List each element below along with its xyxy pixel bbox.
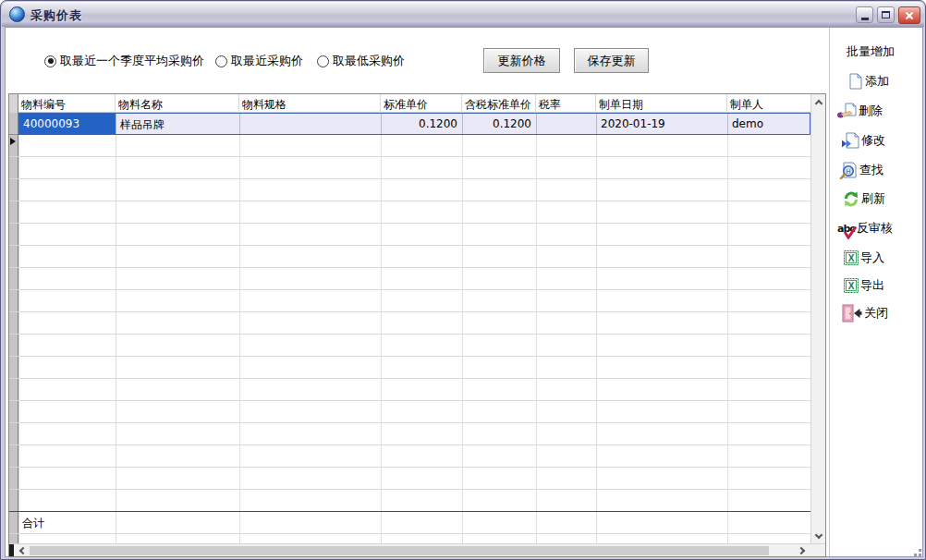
column-header[interactable]: 制单日期 xyxy=(596,94,727,113)
sidebar-item-import[interactable]: X 导入 xyxy=(835,248,922,268)
close-icon xyxy=(904,10,915,21)
grid-header-row: 物料编号 物料名称 物料规格 标准单价 含税标准单价 税率 制单日期 制单人 xyxy=(9,94,810,113)
sidebar-item-delete[interactable]: 删除 xyxy=(835,101,922,121)
sidebar-item-label: 导出 xyxy=(860,277,884,294)
scroll-left-button[interactable] xyxy=(14,544,29,557)
price-grid: 物料编号 物料名称 物料规格 标准单价 含税标准单价 税率 制单日期 制单人 4… xyxy=(8,93,826,557)
search-document-icon: H xyxy=(839,162,858,179)
svg-text:X: X xyxy=(848,281,855,291)
radio-icon xyxy=(44,55,56,67)
scroll-up-button[interactable] xyxy=(811,95,826,108)
exit-door-icon xyxy=(841,304,862,323)
column-header[interactable]: 税率 xyxy=(536,94,596,113)
sidebar-item-refresh[interactable]: 刷新 xyxy=(835,189,922,209)
cell-material-name[interactable]: 样品吊牌 xyxy=(116,114,240,134)
chevron-down-icon xyxy=(815,531,822,539)
sidebar-item-add[interactable]: 添加 xyxy=(835,71,922,91)
radio-icon xyxy=(215,55,227,67)
column-header[interactable]: 物料编号 xyxy=(18,94,116,113)
refresh-arrows-icon xyxy=(843,190,859,208)
cell-material-spec[interactable] xyxy=(240,114,382,134)
minimize-icon xyxy=(861,18,869,20)
sidebar-item-modify[interactable]: 修改 xyxy=(835,130,922,151)
cell-material-number[interactable]: 40000093 xyxy=(19,114,116,134)
maximize-icon xyxy=(882,11,890,18)
svg-text:X: X xyxy=(848,253,855,263)
edit-document-icon xyxy=(841,132,859,149)
cell-tax-price[interactable]: 0.1200 xyxy=(463,114,537,134)
scroll-right-button[interactable] xyxy=(795,544,810,557)
app-window: 采购价表 取最近一个季度平均采购价 取最近采购价 取最低采购价 更新价格 保存更… xyxy=(0,0,926,560)
sidebar-divider xyxy=(829,28,830,556)
sidebar-item-label: 刷新 xyxy=(861,190,885,207)
batch-add-button[interactable]: 批量增加 xyxy=(847,43,895,60)
resize-grip[interactable] xyxy=(910,545,921,556)
abc-check-icon: abc xyxy=(837,223,855,235)
sidebar-item-label: 导入 xyxy=(860,250,884,266)
chevron-right-icon xyxy=(798,547,805,554)
sidebar-item-close[interactable]: 关闭 xyxy=(835,303,922,323)
empty-grid-rows xyxy=(9,135,810,543)
maximize-button[interactable] xyxy=(877,6,895,23)
column-header[interactable]: 制单人 xyxy=(727,94,810,113)
sidebar-item-label: 删除 xyxy=(859,103,883,119)
sidebar-item-unaudit[interactable]: abc 反审核 xyxy=(835,218,922,238)
sidebar-item-label: 查找 xyxy=(859,162,883,178)
save-update-button[interactable]: 保存更新 xyxy=(574,48,649,73)
total-row-divider xyxy=(9,511,810,512)
excel-import-icon: X xyxy=(844,250,859,265)
chevron-left-icon xyxy=(18,547,26,554)
radio-label: 取最近一个季度平均采购价 xyxy=(60,53,204,69)
close-button[interactable] xyxy=(898,6,920,24)
delete-document-icon xyxy=(837,103,857,120)
column-header[interactable]: 含税标准单价 xyxy=(462,94,536,113)
sidebar-item-label: 添加 xyxy=(865,73,889,90)
total-row-label: 合计 xyxy=(22,516,44,531)
titlebar[interactable]: 采购价表 xyxy=(2,2,924,27)
minimize-button[interactable] xyxy=(856,6,873,23)
column-header[interactable]: 标准单价 xyxy=(381,94,462,113)
sidebar-item-label: 关闭 xyxy=(864,305,888,322)
header-indicator-cell xyxy=(9,94,18,113)
cell-standard-price[interactable]: 0.1200 xyxy=(382,114,463,134)
update-price-button[interactable]: 更新价格 xyxy=(483,48,560,73)
sidebar-item-label: 反审核 xyxy=(857,220,893,237)
sidebar-item-label: 修改 xyxy=(861,132,885,149)
chevron-up-icon xyxy=(815,99,822,106)
new-document-icon xyxy=(847,73,863,90)
radio-lowest-price[interactable]: 取最低采购价 xyxy=(317,53,405,69)
column-header[interactable]: 物料规格 xyxy=(239,94,381,113)
radio-label: 取最近采购价 xyxy=(231,53,303,69)
radio-avg-quarter-price[interactable]: 取最近一个季度平均采购价 xyxy=(44,53,204,69)
cell-tax-rate[interactable] xyxy=(537,114,597,134)
scroll-down-button[interactable] xyxy=(811,530,826,542)
horizontal-scrollbar[interactable] xyxy=(9,543,825,556)
app-globe-icon xyxy=(9,6,25,22)
window-title: 采购价表 xyxy=(30,7,82,24)
sidebar-item-find[interactable]: H 查找 xyxy=(835,160,922,180)
column-header[interactable]: 物料名称 xyxy=(116,94,239,113)
excel-export-icon: X xyxy=(844,278,859,293)
sidebar-item-export[interactable]: X 导出 xyxy=(835,275,922,296)
table-row[interactable]: 40000093 样品吊牌 0.1200 0.1200 2020-01-19 d… xyxy=(18,113,810,135)
vertical-scrollbar[interactable] xyxy=(810,94,825,543)
cell-doc-date[interactable]: 2020-01-19 xyxy=(597,114,728,134)
radio-latest-price[interactable]: 取最近采购价 xyxy=(215,53,303,69)
radio-label: 取最低采购价 xyxy=(333,53,405,69)
svg-text:H: H xyxy=(846,167,850,174)
horizontal-scroll-thumb[interactable] xyxy=(30,546,769,555)
radio-icon xyxy=(317,55,329,67)
cell-doc-creator[interactable]: demo xyxy=(728,114,810,134)
